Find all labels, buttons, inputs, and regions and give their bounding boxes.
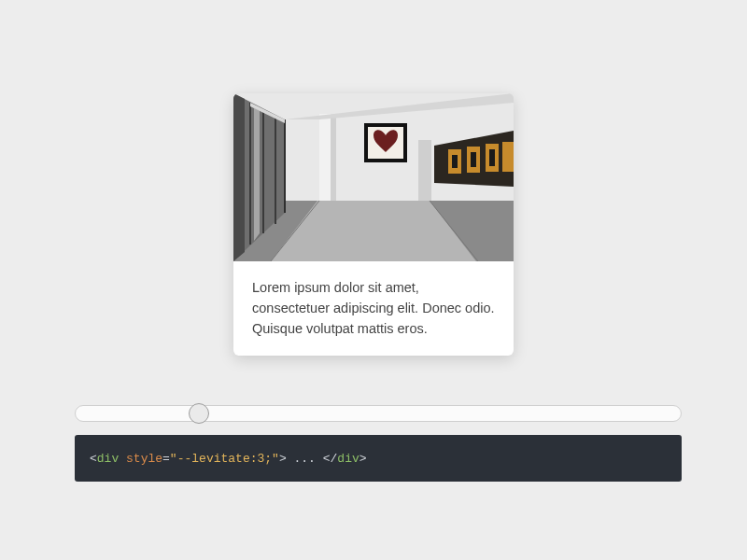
card-text: Lorem ipsum dolor sit amet, consectetuer… xyxy=(233,261,514,356)
svg-marker-5 xyxy=(233,93,245,261)
code-angle2: < xyxy=(323,452,331,466)
code-ellipsis: ... xyxy=(287,452,323,466)
code-snippet: <div style="--levitate:3;"> ... </div> xyxy=(75,435,682,482)
code-slash: / xyxy=(331,452,338,466)
svg-marker-11 xyxy=(254,107,260,241)
code-angle-close: > xyxy=(279,452,287,466)
slider-thumb[interactable] xyxy=(189,403,209,424)
svg-rect-21 xyxy=(452,155,458,168)
gallery-image-icon xyxy=(233,93,514,261)
code-string: --levitate:3; xyxy=(177,452,272,466)
code-tag-open: div xyxy=(97,452,119,466)
code-angle-close2: > xyxy=(359,452,367,466)
svg-rect-20 xyxy=(502,142,514,172)
card-image xyxy=(233,93,514,261)
code-eq: = xyxy=(162,452,170,466)
levitate-slider[interactable] xyxy=(75,403,682,424)
code-attr: style xyxy=(126,452,162,466)
svg-rect-22 xyxy=(471,152,476,167)
code-tag-close: div xyxy=(337,452,359,466)
code-quote-open: " xyxy=(170,452,177,466)
code-angle: < xyxy=(90,452,97,466)
code-quote-close: " xyxy=(272,452,279,466)
svg-rect-24 xyxy=(418,140,431,201)
svg-rect-12 xyxy=(319,114,331,201)
code-space xyxy=(119,452,126,466)
svg-rect-13 xyxy=(331,117,336,201)
preview-card: Lorem ipsum dolor sit amet, consectetuer… xyxy=(233,93,514,356)
slider-track[interactable] xyxy=(75,405,682,422)
svg-rect-23 xyxy=(489,149,495,166)
